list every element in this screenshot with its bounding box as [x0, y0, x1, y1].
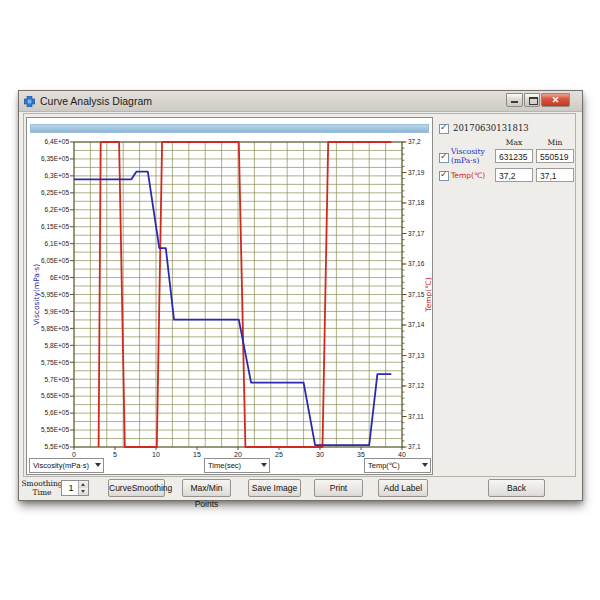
svg-text:5,6E+05: 5,6E+05: [45, 409, 70, 416]
time-axis-combobox-value: Time(sec): [208, 461, 241, 470]
svg-text:37,11: 37,11: [408, 413, 424, 420]
viscosity-min-field[interactable]: 550519: [536, 149, 574, 163]
max-column-header: Max: [495, 138, 533, 147]
curve-smoothing-button[interactable]: CurveSmoothing: [108, 479, 165, 497]
svg-text:37,19: 37,19: [408, 169, 425, 176]
svg-text:37,12: 37,12: [408, 382, 425, 389]
smoothing-time-label: SmoothingTime: [21, 480, 63, 497]
temp-series-label: Temp(℃): [451, 172, 485, 181]
temp-series-checkbox[interactable]: [439, 171, 449, 181]
svg-text:35: 35: [357, 451, 365, 458]
max-min-points-button[interactable]: Max/Min Points: [182, 479, 231, 497]
svg-text:6,1E+05: 6,1E+05: [45, 240, 70, 247]
page: { "window": { "title": "Curve Analysis D…: [0, 0, 600, 600]
title-bar[interactable]: Curve Analysis Diagram ✕: [19, 91, 582, 112]
svg-text:5,65E+05: 5,65E+05: [41, 392, 69, 399]
temp-axis-combobox[interactable]: Temp(℃): [364, 458, 431, 473]
svg-text:30: 30: [316, 451, 324, 458]
temp-max-field[interactable]: 37,2: [495, 168, 533, 182]
svg-text:5,85E+05: 5,85E+05: [41, 325, 69, 332]
svg-text:37,16: 37,16: [408, 260, 425, 267]
back-button[interactable]: Back: [488, 479, 545, 497]
spinner-buttons: [78, 481, 88, 495]
svg-text:6,2E+05: 6,2E+05: [45, 206, 70, 213]
side-panel: 20170630131813 Max Min Viscosity(mPa·s) …: [437, 117, 578, 475]
maximize-button[interactable]: [524, 93, 540, 107]
time-axis-combobox[interactable]: Time(sec): [204, 458, 270, 473]
svg-text:37,1: 37,1: [408, 443, 421, 450]
svg-text:0: 0: [72, 451, 76, 458]
viscosity-axis-combobox[interactable]: Viscosity(mPa·s): [29, 458, 104, 473]
print-button[interactable]: Print: [314, 479, 363, 497]
svg-text:5,75E+05: 5,75E+05: [41, 359, 69, 366]
session-label: 20170630131813: [453, 123, 529, 133]
svg-text:37,15: 37,15: [408, 291, 425, 298]
maximize-icon: [529, 97, 538, 105]
viscosity-axis-combobox-value: Viscosity(mPa·s): [33, 461, 89, 470]
svg-text:37,2: 37,2: [408, 138, 421, 145]
svg-text:37,14: 37,14: [408, 321, 425, 328]
svg-text:5,55E+05: 5,55E+05: [41, 426, 69, 433]
spinner-down-icon[interactable]: [79, 488, 88, 495]
svg-text:15: 15: [193, 451, 201, 458]
svg-text:6,35E+05: 6,35E+05: [41, 155, 69, 162]
svg-text:Temp(℃): Temp(℃): [424, 277, 433, 312]
dropdown-arrow-icon: [261, 463, 267, 467]
svg-text:10: 10: [152, 451, 160, 458]
window-title: Curve Analysis Diagram: [40, 95, 152, 107]
svg-text:40: 40: [398, 451, 406, 458]
viscosity-series-label: Viscosity(mPa·s): [451, 148, 485, 165]
svg-text:37,18: 37,18: [408, 199, 425, 206]
svg-text:5,8E+05: 5,8E+05: [45, 342, 70, 349]
svg-text:25: 25: [275, 451, 283, 458]
svg-text:5: 5: [113, 451, 117, 458]
temp-axis-combobox-value: Temp(℃): [368, 461, 400, 470]
session-checkbox[interactable]: [439, 124, 449, 134]
minimize-icon: [511, 101, 518, 103]
chart-panel: 6,4E+056,35E+056,3E+056,25E+056,2E+056,1…: [26, 117, 433, 475]
minimize-button[interactable]: [506, 93, 523, 107]
app-icon: [24, 96, 35, 107]
viscosity-series-checkbox[interactable]: [439, 153, 449, 163]
add-label-button[interactable]: Add Label: [378, 479, 428, 497]
svg-text:6E+05: 6E+05: [50, 274, 69, 281]
dropdown-arrow-icon: [422, 463, 428, 467]
svg-text:5,95E+05: 5,95E+05: [41, 291, 69, 298]
svg-text:6,3E+05: 6,3E+05: [45, 172, 70, 179]
svg-text:37,13: 37,13: [408, 352, 425, 359]
svg-text:6,4E+05: 6,4E+05: [45, 138, 70, 145]
save-image-button[interactable]: Save Image: [248, 479, 301, 497]
svg-text:6,05E+05: 6,05E+05: [41, 257, 69, 264]
min-column-header: Min: [536, 138, 574, 147]
svg-text:6,25E+05: 6,25E+05: [41, 189, 69, 196]
svg-text:Viscosity(mPa·s): Viscosity(mPa·s): [32, 264, 41, 325]
svg-text:5,5E+05: 5,5E+05: [45, 443, 70, 450]
dropdown-arrow-icon: [95, 463, 101, 467]
svg-text:6,15E+05: 6,15E+05: [41, 223, 69, 230]
temp-min-field[interactable]: 37,1: [536, 168, 574, 182]
smoothing-time-spinner[interactable]: 1: [61, 480, 89, 496]
chart: 6,4E+056,35E+056,3E+056,25E+056,2E+056,1…: [27, 118, 434, 458]
svg-text:20: 20: [234, 451, 242, 458]
viscosity-max-field[interactable]: 631235: [495, 149, 533, 163]
svg-text:37,17: 37,17: [408, 230, 425, 237]
curve-analysis-window: Curve Analysis Diagram ✕ 6,4E+056,35E+05…: [18, 90, 583, 501]
svg-text:5,7E+05: 5,7E+05: [45, 376, 70, 383]
close-icon: ✕: [542, 94, 569, 106]
svg-text:5,9E+05: 5,9E+05: [45, 308, 70, 315]
close-button[interactable]: ✕: [541, 93, 570, 107]
